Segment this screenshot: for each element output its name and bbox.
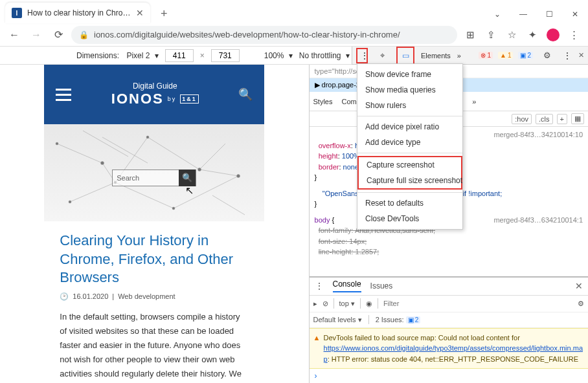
ctx-capture-full-screenshot[interactable]: Capture full size screenshot: [359, 173, 461, 188]
favicon: I: [12, 8, 22, 18]
hamburger-menu[interactable]: [56, 89, 71, 101]
tabs-overflow[interactable]: »: [457, 52, 461, 60]
svg-point-19: [56, 142, 58, 145]
new-style-rule[interactable]: +: [557, 114, 567, 124]
issues-link[interactable]: 2 Issues: ▣ 2: [376, 316, 421, 323]
zoom-dropdown[interactable]: 100% ▾: [264, 51, 293, 60]
svg-line-1: [102, 137, 148, 163]
error-badge[interactable]: ⊗ 1: [479, 52, 493, 59]
article-date: 16.01.2020: [73, 292, 108, 300]
clear-console-icon[interactable]: ⊘: [322, 300, 328, 308]
browser-tab[interactable]: I How to clear history in Chrome ✕: [5, 3, 150, 23]
devtools-kebab[interactable]: ⋮: [561, 50, 573, 61]
article-category[interactable]: Web development: [118, 292, 175, 300]
svg-point-18: [69, 201, 71, 203]
tab-title: How to clear history in Chrome: [27, 8, 131, 17]
log-levels-dropdown[interactable]: Default levels ▾: [313, 316, 362, 324]
console-drawer: ⋮ Console Issues ✕ ▸ ⊘ top ▾ ◉ ⚙ Default…: [310, 276, 588, 384]
ctx-add-device-type[interactable]: Add device type: [357, 135, 462, 150]
profile-avatar[interactable]: [544, 26, 562, 44]
console-settings-icon[interactable]: ⚙: [578, 300, 584, 308]
maximize-button[interactable]: ☐: [536, 5, 562, 23]
svg-line-10: [199, 144, 225, 170]
minimize-button[interactable]: ―: [510, 5, 536, 23]
device-mode-icon[interactable]: ▭: [396, 47, 414, 65]
dim-separator: ×: [200, 51, 205, 60]
dimensions-dropdown[interactable]: Dimensions: Pixel 2 ▾: [76, 51, 159, 60]
ctx-close-devtools[interactable]: Close DevTools: [357, 211, 462, 226]
hero-search-button: 🔍: [179, 170, 196, 186]
search-icon[interactable]: 🔍: [238, 87, 253, 102]
bookmark-icon[interactable]: ☆: [503, 26, 521, 44]
svg-line-0: [57, 144, 102, 163]
styles-tab[interactable]: Styles: [313, 98, 333, 105]
forward-button: →: [27, 26, 45, 44]
devtools-more-menu[interactable]: ⋮: [356, 48, 368, 63]
logo[interactable]: Digital Guide IONOS by 1&1: [111, 82, 199, 107]
hero-search-box: Search 🔍: [112, 170, 196, 186]
devtools-close-icon[interactable]: ✕: [578, 51, 584, 60]
computed-box-icon[interactable]: ▦: [571, 113, 584, 124]
drawer-close-icon[interactable]: ✕: [575, 281, 583, 291]
extensions-icon[interactable]: ✦: [523, 26, 541, 44]
share-icon[interactable]: ⇪: [482, 26, 500, 44]
issues-badge[interactable]: ▣ 2: [518, 52, 533, 59]
svg-point-16: [172, 207, 175, 210]
svg-point-17: [237, 175, 240, 178]
article-title: Clearing Your History in Chrome, Firefox…: [60, 232, 249, 287]
svg-line-3: [70, 182, 115, 202]
height-input[interactable]: [211, 49, 240, 62]
console-sidebar-icon[interactable]: ▸: [313, 300, 317, 308]
ctx-reset-defaults[interactable]: Reset to defaults: [357, 195, 462, 211]
url-text: ionos.com/digitalguide/websites/web-deve…: [94, 30, 400, 39]
site-header: Digital Guide IONOS by 1&1 🔍: [44, 65, 264, 124]
subtabs-overflow[interactable]: »: [472, 98, 476, 105]
hov-toggle[interactable]: :hov: [512, 114, 532, 124]
article-body: In the default setting, browsers compile…: [60, 310, 249, 383]
warning-icon: ▲: [313, 333, 321, 344]
cursor-icon: ↖: [185, 184, 194, 197]
live-expression-icon[interactable]: ◉: [366, 300, 372, 308]
lock-icon: 🔒: [79, 30, 89, 39]
ctx-show-media-queries[interactable]: Show media queries: [357, 82, 462, 98]
window-titlebar: I How to clear history in Chrome ✕ + ⌄ ―…: [0, 0, 588, 23]
svg-line-4: [115, 182, 174, 208]
context-dropdown[interactable]: top ▾: [339, 300, 355, 308]
ctx-show-rulers[interactable]: Show rulers: [357, 98, 462, 113]
close-window-button[interactable]: ✕: [562, 5, 588, 23]
console-tab[interactable]: Console: [333, 279, 361, 292]
throttling-dropdown[interactable]: No throttling ▾: [299, 51, 350, 60]
close-tab-icon[interactable]: ✕: [136, 8, 144, 18]
chrome-menu-icon[interactable]: ⋮: [565, 26, 583, 44]
drawer-menu-icon[interactable]: ⋮: [315, 281, 324, 291]
ctx-add-dpr[interactable]: Add device pixel ratio: [357, 119, 462, 135]
caret-down-icon[interactable]: ⌄: [484, 5, 510, 23]
width-input[interactable]: [165, 49, 194, 62]
ctx-capture-screenshot[interactable]: Capture screenshot: [359, 157, 461, 173]
svg-point-13: [146, 136, 149, 138]
inspect-icon[interactable]: ⌖: [373, 47, 391, 65]
elements-tab[interactable]: Elements: [420, 49, 452, 62]
translate-icon[interactable]: ⊞: [461, 26, 479, 44]
device-context-menu: Show device frame Show media queries Sho…: [357, 63, 463, 230]
sourcemap-link[interactable]: https://www.ionos.com/digitalguide/typo3…: [324, 344, 583, 352]
reload-button[interactable]: ⟳: [49, 26, 67, 44]
cls-toggle[interactable]: .cls: [536, 114, 553, 124]
ctx-show-device-frame[interactable]: Show device frame: [357, 67, 462, 82]
page-viewport: Digital Guide IONOS by 1&1 🔍: [0, 65, 309, 383]
console-prompt[interactable]: ›: [310, 369, 588, 383]
svg-line-11: [212, 195, 245, 215]
warning-badge[interactable]: ▲ 1: [498, 52, 513, 59]
url-bar: ← → ⟳ 🔒 ionos.com/digitalguide/websites/…: [0, 23, 588, 47]
clock-icon: 🕑: [60, 292, 69, 301]
issues-tab[interactable]: Issues: [370, 281, 393, 290]
settings-icon[interactable]: ⚙: [538, 47, 556, 65]
console-warning[interactable]: ▲ DevTools failed to load source map: Co…: [310, 328, 588, 369]
article: Clearing Your History in Chrome, Firefox…: [44, 221, 264, 383]
svg-line-9: [83, 131, 128, 157]
address-bar[interactable]: 🔒 ionos.com/digitalguide/websites/web-de…: [71, 26, 457, 44]
new-tab-button[interactable]: +: [155, 5, 173, 23]
svg-point-14: [198, 168, 201, 171]
console-filter-input[interactable]: [383, 300, 572, 307]
back-button[interactable]: ←: [5, 26, 23, 44]
